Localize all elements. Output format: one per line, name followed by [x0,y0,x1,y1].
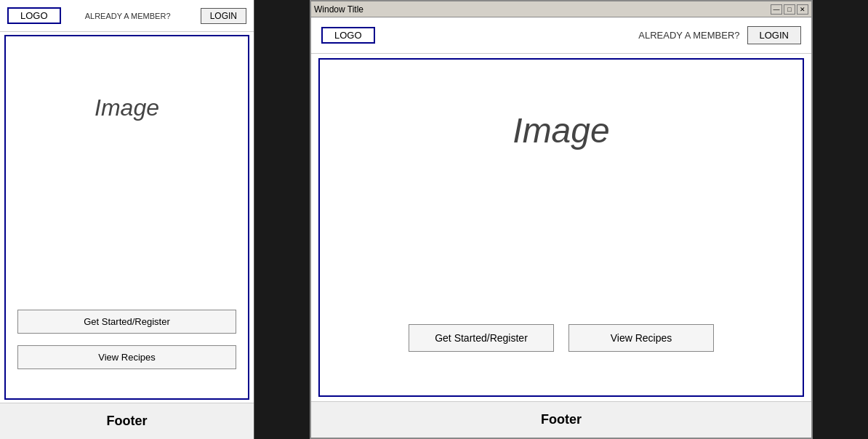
mobile-login-button[interactable]: LOGIN [201,8,246,24]
mobile-footer: Footer [0,403,254,439]
desktop-logo: LOGO [321,27,375,44]
desktop-auth-group: ALREADY A MEMBER? LOGIN [638,26,801,44]
desktop-login-button[interactable]: LOGIN [747,26,801,44]
window-close-button[interactable]: ✕ [797,4,808,15]
desktop-footer: Footer [311,401,811,438]
window-body: LOGO ALREADY A MEMBER? LOGIN Image Get S… [311,17,811,438]
mobile-already-member-label: ALREADY A MEMBER? [85,12,171,20]
mobile-logo: LOGO [7,7,61,24]
desktop-view-recipes-button[interactable]: View Recipes [568,324,714,352]
window-controls: — □ ✕ [771,4,808,15]
window-restore-button[interactable]: □ [784,4,795,15]
desktop-already-member-label: ALREADY A MEMBER? [638,30,739,41]
desktop-area: Window Title — □ ✕ LOGO ALREADY A MEMBER… [254,0,868,439]
mobile-view-recipes-button[interactable]: View Recipes [17,345,236,369]
desktop-footer-label: Footer [541,412,582,427]
window-titlebar: Window Title — □ ✕ [311,1,811,17]
desktop-buttons-group: Get Started/Register View Recipes [334,324,788,352]
window-minimize-button[interactable]: — [771,4,782,15]
mobile-buttons-group: Get Started/Register View Recipes [17,310,236,369]
window-title: Window Title [314,4,363,15]
mobile-footer-label: Footer [107,414,148,429]
mobile-get-started-button[interactable]: Get Started/Register [17,310,236,334]
desktop-get-started-button[interactable]: Get Started/Register [409,324,554,352]
mobile-content-area: Image Get Started/Register View Recipes [4,35,249,400]
mobile-navbar: LOGO ALREADY A MEMBER? LOGIN [0,0,254,32]
desktop-content-area: Image Get Started/Register View Recipes [318,58,804,397]
desktop-window: Window Title — □ ✕ LOGO ALREADY A MEMBER… [310,0,813,439]
mobile-panel: LOGO ALREADY A MEMBER? LOGIN Image Get S… [0,0,254,439]
desktop-image-placeholder: Image [513,110,609,150]
desktop-navbar: LOGO ALREADY A MEMBER? LOGIN [311,17,811,54]
mobile-image-placeholder: Image [95,94,159,121]
